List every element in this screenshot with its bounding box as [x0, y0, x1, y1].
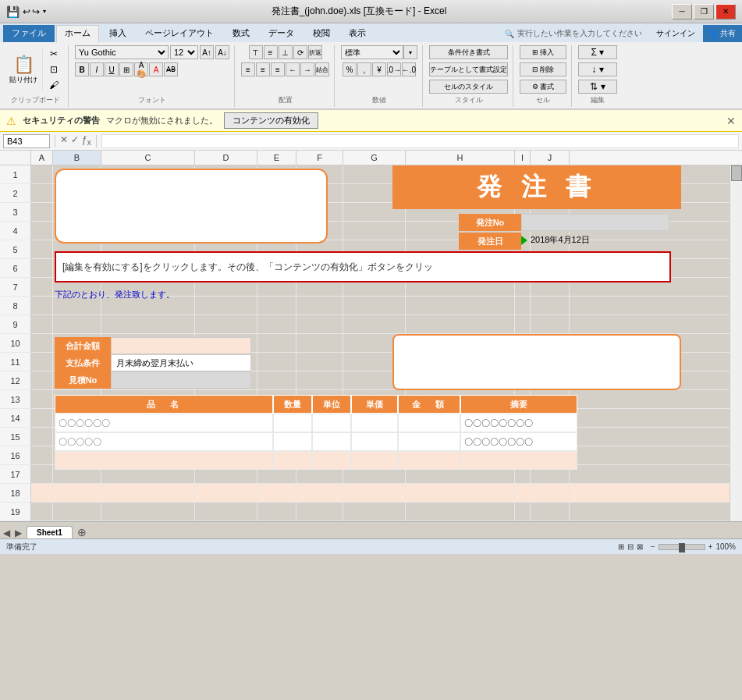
col-header-f[interactable]: F [296, 151, 343, 165]
close-button[interactable]: ✕ [715, 4, 736, 20]
redo-icon[interactable]: ↪ [32, 6, 40, 17]
tab-review[interactable]: 校閲 [304, 25, 339, 42]
delete-cells-button[interactable]: ⊟削除 [520, 62, 566, 76]
insert-cells-button[interactable]: ⊞挿入 [520, 45, 566, 59]
quote-no-value[interactable] [111, 371, 251, 389]
row1-hinmei[interactable]: 〇〇〇〇〇〇 [55, 414, 273, 432]
row-8[interactable]: 8 [0, 297, 30, 315]
font-face-select[interactable]: Yu Gothic [75, 45, 169, 59]
sheet-tab-1[interactable]: Sheet1 [27, 526, 73, 538]
row-19[interactable]: 19 [0, 503, 30, 521]
row1-tani[interactable] [312, 414, 351, 432]
row-15[interactable]: 15 [0, 428, 30, 446]
merge-center-button[interactable]: 結合 [315, 62, 329, 76]
row-1[interactable]: 1 [0, 165, 30, 184]
table-row-2[interactable]: 〇〇〇〇〇 〇〇〇〇〇〇〇〇 [55, 432, 577, 451]
col-header-h[interactable]: H [406, 151, 515, 165]
enable-content-button[interactable]: コンテンツの有効化 [224, 112, 318, 129]
tab-page-layout[interactable]: ページレイアウト [137, 25, 222, 42]
font-size-select[interactable]: 12 [170, 45, 198, 59]
row-2[interactable]: 2 [0, 184, 30, 203]
sheet-nav-left[interactable]: ◀ [3, 528, 10, 538]
table-row-1[interactable]: 〇〇〇〇〇〇 〇〇〇〇〇〇〇〇 [55, 414, 577, 432]
row-11[interactable]: 11 [0, 353, 30, 371]
col-header-e[interactable]: E [257, 151, 296, 165]
minimize-button[interactable]: ─ [672, 4, 692, 20]
align-right-button[interactable]: ≡ [271, 62, 285, 76]
row-13[interactable]: 13 [0, 390, 30, 409]
row2-tanka[interactable] [351, 432, 398, 451]
cell-style-button[interactable]: セルのスタイル [429, 80, 508, 94]
row2-tani[interactable] [312, 432, 351, 451]
col-header-g[interactable]: G [343, 151, 406, 165]
row-5[interactable]: 5 [0, 240, 30, 259]
row1-tanka[interactable] [351, 414, 398, 432]
border-button[interactable]: ⊞ [119, 62, 133, 76]
font-decrease-button[interactable]: A↓ [215, 45, 229, 59]
add-sheet-button[interactable]: ⊕ [77, 526, 87, 538]
italic-button[interactable]: I [90, 62, 104, 76]
row3-kingaku[interactable] [398, 451, 460, 470]
row3-hinmei[interactable] [55, 451, 273, 470]
row2-tekiyo[interactable]: 〇〇〇〇〇〇〇〇 [460, 432, 577, 451]
row2-hinmei[interactable]: 〇〇〇〇〇 [55, 432, 273, 451]
save-icon[interactable]: 💾 [6, 5, 20, 18]
fill-button[interactable]: ↓ ▾ [578, 62, 617, 76]
zoom-thumb[interactable] [679, 543, 685, 553]
row-12[interactable]: 12 [0, 371, 30, 390]
tab-formula[interactable]: 数式 [224, 25, 258, 42]
tab-home[interactable]: ホーム [56, 25, 99, 43]
bold-button[interactable]: B [75, 62, 89, 76]
tab-insert[interactable]: 挿入 [101, 25, 135, 42]
text-orient-button[interactable]: ⟳ [293, 45, 307, 59]
conditional-format-button[interactable]: 条件付き書式 [429, 45, 508, 59]
font-increase-button[interactable]: A↑ [200, 45, 214, 59]
comma-button[interactable]: , [357, 62, 371, 76]
currency-button[interactable]: ¥ [372, 62, 386, 76]
zoom-out-button[interactable]: − [651, 542, 655, 551]
confirm-formula-button[interactable]: ✓ [71, 134, 79, 147]
col-header-c[interactable]: C [101, 151, 195, 165]
number-format-select[interactable]: 標準 [341, 45, 403, 59]
order-no-value[interactable] [521, 214, 669, 231]
table-format-button[interactable]: テーブルとして書式設定 [429, 62, 508, 76]
sum-button[interactable]: Σ ▾ [578, 45, 617, 59]
col-header-a[interactable]: A [31, 151, 53, 165]
row-9[interactable]: 9 [0, 315, 30, 334]
col-header-b[interactable]: B [53, 151, 101, 165]
sheet-nav-right[interactable]: ▶ [15, 528, 22, 538]
restore-button[interactable]: ❐ [694, 4, 714, 20]
tab-view[interactable]: 表示 [340, 25, 375, 42]
paste-button[interactable]: 📋 貼り付け [8, 49, 39, 90]
row1-kingaku[interactable] [398, 414, 460, 432]
view-layout-button[interactable]: ⊟ [627, 542, 634, 551]
table-row-3[interactable] [55, 451, 577, 470]
align-bottom-button[interactable]: ⊥ [279, 45, 293, 59]
col-header-i[interactable]: I [515, 151, 531, 165]
zoom-in-button[interactable]: + [708, 542, 713, 551]
number-format-dropdown[interactable]: ▾ [403, 45, 417, 59]
format-cells-button[interactable]: ⚙書式 [520, 80, 566, 94]
row3-tanka[interactable] [351, 451, 398, 470]
align-middle-button[interactable]: ≡ [264, 45, 278, 59]
format-painter-button[interactable]: 🖌 [44, 78, 63, 92]
row-10[interactable]: 10 [0, 334, 30, 353]
fill-color-button[interactable]: A🎨 [134, 62, 148, 76]
insert-function-button[interactable]: ƒx [82, 134, 91, 147]
row-4[interactable]: 4 [0, 222, 30, 240]
right-info-box[interactable] [392, 334, 681, 390]
copy-button[interactable]: ⊡ [44, 62, 63, 76]
col-header-d[interactable]: D [195, 151, 257, 165]
row3-tekiyo[interactable] [460, 451, 577, 470]
sort-filter-button[interactable]: ⇅ ▾ [578, 80, 617, 94]
increase-decimal-button[interactable]: .0→ [387, 62, 401, 76]
align-center-button[interactable]: ≡ [256, 62, 270, 76]
view-normal-button[interactable]: ⊞ [618, 542, 624, 551]
row3-tani[interactable] [312, 451, 351, 470]
text-wrap-button[interactable]: 折返 [308, 45, 322, 59]
zoom-slider[interactable] [659, 544, 705, 550]
view-page-break-button[interactable]: ⊠ [637, 542, 643, 551]
row1-suryo[interactable] [273, 414, 312, 432]
row-17[interactable]: 17 [0, 465, 30, 484]
col-header-j[interactable]: J [531, 151, 570, 165]
